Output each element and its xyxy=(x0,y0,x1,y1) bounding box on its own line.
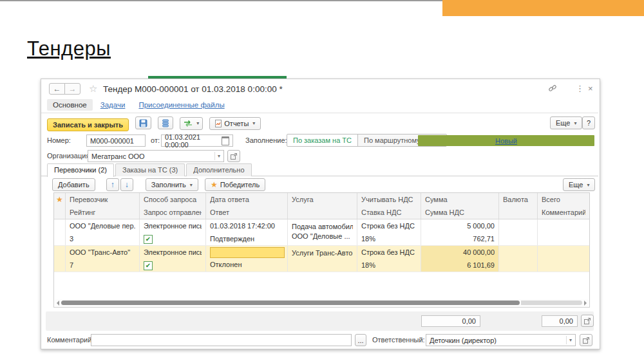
menu-dots-icon[interactable]: ⋮ xyxy=(576,84,584,93)
status-new-link[interactable]: Новый xyxy=(495,137,517,145)
table-row[interactable]: ООО "Деловые пер...3 Электронное письмо✔… xyxy=(54,219,589,246)
grid-more-button[interactable]: Еще▾ xyxy=(563,178,595,191)
comment-cell xyxy=(542,232,585,245)
back-icon: ← xyxy=(53,84,61,93)
help-button[interactable]: ? xyxy=(582,116,595,129)
tab-tasks[interactable]: Задачи xyxy=(95,99,131,111)
posting-structure-button[interactable]: ▾ xyxy=(180,117,203,130)
scroll-left-arrow[interactable] xyxy=(57,301,59,306)
register-icon xyxy=(162,119,169,127)
answer-date-cell: 01.03.2018 17:42:00 xyxy=(210,219,283,232)
request-method-cell: Электронное письмо xyxy=(144,219,202,232)
horizontal-scrollbar[interactable] xyxy=(55,299,589,306)
nav-tabs: Основное Задачи Присоединенные файлы xyxy=(41,99,598,113)
winner-star-column-icon: ★ xyxy=(56,195,63,204)
down-arrow-icon: ↓ xyxy=(125,180,129,189)
dropdown-icon: ▾ xyxy=(587,182,589,188)
checkbox-checked-icon[interactable]: ✔ xyxy=(144,261,153,270)
checkbox-checked-icon[interactable]: ✔ xyxy=(144,235,153,244)
comment-field[interactable] xyxy=(91,334,352,346)
total-vat-field[interactable]: 0,00 xyxy=(542,315,578,327)
page-tabs: Перевозчики (2) Заказы на ТС (3) Дополни… xyxy=(41,163,598,176)
column-header: ПеревозчикРейтинг xyxy=(66,193,140,219)
comment-cell xyxy=(542,259,585,272)
fill-by-orders-button[interactable]: По заказам на ТС xyxy=(287,134,358,146)
vat-amount-cell: 6 101,69 xyxy=(425,259,495,272)
winner-button[interactable]: ★Победитель xyxy=(205,178,265,191)
rating-cell: 3 xyxy=(70,232,135,245)
up-arrow-icon: ↑ xyxy=(111,180,115,189)
open-link-icon xyxy=(582,337,590,344)
link-icon[interactable] xyxy=(548,84,557,94)
fill-label: Заполнение: xyxy=(245,134,287,147)
status-bar: Новый xyxy=(418,135,594,146)
tender-window: ←→ ☆ Тендер М000-000001 от 01.03.2018 0:… xyxy=(41,79,600,349)
responsible-open-button[interactable] xyxy=(580,334,592,346)
scroll-right-arrow[interactable] xyxy=(584,301,587,306)
calendar-icon[interactable] xyxy=(222,136,229,145)
vat-rate-cell: 18% xyxy=(361,259,417,272)
slide-title: Тендеры xyxy=(27,37,111,60)
responsible-field[interactable]: Деточкин (директор)▾ xyxy=(426,334,576,346)
save-close-button[interactable]: Записать и закрыть xyxy=(47,118,129,131)
column-header: Услуга xyxy=(288,193,357,219)
scrollbar-thumb[interactable] xyxy=(61,301,520,305)
diskette-icon xyxy=(139,119,147,127)
dropdown-icon: ▾ xyxy=(252,120,255,126)
fill-button[interactable]: Заполнить▾ xyxy=(146,178,198,191)
total-amount-field[interactable]: 0,00 xyxy=(421,315,480,327)
open-link-icon xyxy=(583,317,591,325)
answer-cell: Подтвержден xyxy=(210,232,283,245)
request-method-cell: Электронное письмо xyxy=(144,246,202,259)
star-icon: ★ xyxy=(211,178,218,191)
add-row-button[interactable]: Добавить xyxy=(52,178,95,191)
reports-button[interactable]: Отчеты▾ xyxy=(209,117,261,130)
tab-vehicle-orders[interactable]: Заказы на ТС (3) xyxy=(115,163,185,176)
tab-main[interactable]: Основное xyxy=(47,99,93,111)
tab-carriers[interactable]: Перевозчики (2) xyxy=(47,163,114,177)
register-records-button[interactable] xyxy=(158,116,173,129)
move-down-button[interactable]: ↓ xyxy=(120,178,133,191)
date-field[interactable]: 01.03.2021 0:00:00 xyxy=(161,134,233,147)
table-row-selected[interactable]: ООО "Транс-Авто"7 Электронное письмо✔ От… xyxy=(54,246,589,272)
service-cell: Подача автомобиля xyxy=(292,219,353,232)
dropdown-icon: ▾ xyxy=(196,120,199,126)
grid-toolbar: Добавить ↑ ↓ Заполнить▾ ★Победитель xyxy=(52,178,265,191)
more-button[interactable]: Еще▾ xyxy=(550,116,582,129)
command-bar: Записать и закрыть ▾ Отчеты▾ xyxy=(47,116,261,131)
responsible-label: Ответственный: xyxy=(372,334,425,346)
tab-attached-files[interactable]: Присоединенные файлы xyxy=(133,99,230,111)
move-up-button[interactable]: ↑ xyxy=(106,178,119,191)
total-cell xyxy=(542,219,585,232)
table-header-row: ★ ПеревозчикРейтинг Способ запросаЗапрос… xyxy=(54,193,589,219)
grid-selected-cell[interactable] xyxy=(210,247,285,258)
column-header: СуммаСумма НДС xyxy=(421,193,499,219)
totals-open-button[interactable] xyxy=(581,315,594,327)
vat-mode-cell: Строка без НДС xyxy=(361,246,417,259)
organization-field[interactable]: Мегатранс ООО▾ xyxy=(88,150,224,162)
column-header: Учитывать НДССтавка НДС xyxy=(357,193,421,219)
slide: Тендеры ←→ ☆ Тендер М000-000001 от 01.03… xyxy=(0,0,644,361)
dropdown-icon[interactable]: ▾ xyxy=(214,152,220,160)
dropdown-icon[interactable]: ▾ xyxy=(566,336,572,344)
comment-more-button[interactable]: ... xyxy=(355,334,366,346)
close-icon[interactable]: × xyxy=(588,84,593,93)
tab-additional[interactable]: Дополнительно xyxy=(186,163,251,176)
service-cell: Услуги Транс-Авто xyxy=(292,246,353,259)
save-button[interactable] xyxy=(135,116,151,129)
scrollbar-track[interactable] xyxy=(61,301,582,305)
forward-button[interactable]: → xyxy=(64,83,80,95)
rating-cell: 7 xyxy=(70,259,135,272)
vat-mode-cell: Строка без НДС xyxy=(361,219,417,232)
vat-amount-cell: 762,71 xyxy=(425,232,495,245)
posting-arrows-icon xyxy=(184,120,193,127)
slide-accent-bar xyxy=(442,0,644,16)
back-button[interactable]: ← xyxy=(49,83,65,95)
number-field[interactable]: М000-000001 xyxy=(86,134,146,147)
dropdown-icon: ▾ xyxy=(190,182,193,188)
carrier-cell: ООО "Транс-Авто" xyxy=(70,246,135,259)
organization-open-button[interactable] xyxy=(227,150,240,162)
favorite-star-icon[interactable]: ☆ xyxy=(89,83,97,95)
column-header: Валюта xyxy=(499,193,538,219)
answer-cell: Отклонен xyxy=(210,258,286,271)
